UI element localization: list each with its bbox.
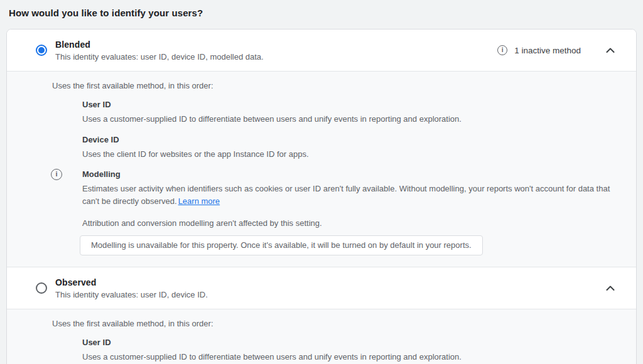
option-header-right: i 1 inactive method bbox=[497, 45, 617, 55]
method-modelling: i Modelling Estimates user activity when… bbox=[82, 169, 617, 207]
option-label-blended: Blended bbox=[55, 40, 489, 50]
method-name: User ID bbox=[82, 338, 617, 347]
modelling-unavailable-note: Modelling is unavailable for this proper… bbox=[80, 235, 483, 255]
method-name: Device ID bbox=[82, 135, 617, 144]
option-body-blended: Uses the first available method, in this… bbox=[7, 71, 636, 267]
option-header-right bbox=[603, 283, 617, 293]
radio-blended[interactable] bbox=[36, 45, 47, 56]
method-device-id: Device ID Uses the client ID for website… bbox=[82, 135, 617, 161]
method-name: Modelling bbox=[82, 169, 617, 179]
chevron-up-icon[interactable] bbox=[603, 45, 617, 55]
modelling-description-text: Estimates user activity when identifiers… bbox=[82, 184, 610, 206]
inactive-method-badge: i 1 inactive method bbox=[497, 45, 581, 55]
info-icon[interactable]: i bbox=[51, 169, 62, 180]
learn-more-link[interactable]: Learn more bbox=[178, 196, 220, 206]
method-name: User ID bbox=[82, 100, 617, 109]
chevron-up-icon[interactable] bbox=[603, 283, 617, 293]
method-order-intro: Uses the first available method, in this… bbox=[52, 81, 617, 90]
option-subtitle-blended: This identity evaluates: user ID, device… bbox=[55, 52, 489, 62]
method-order-intro: Uses the first available method, in this… bbox=[52, 319, 617, 328]
method-user-id: User ID Uses a customer-supplied ID to d… bbox=[82, 338, 617, 363]
identity-settings-page: How would you like to identify your user… bbox=[0, 0, 643, 364]
method-description: Uses a customer-supplied ID to different… bbox=[82, 351, 617, 363]
identity-options-card: Blended This identity evaluates: user ID… bbox=[6, 29, 637, 364]
option-header-text: Observed This identity evaluates: user I… bbox=[55, 277, 595, 299]
note-box-container: Modelling is unavailable for this proper… bbox=[80, 235, 617, 255]
info-icon[interactable]: i bbox=[497, 45, 507, 55]
option-header-observed[interactable]: Observed This identity evaluates: user I… bbox=[7, 267, 636, 309]
page-title: How would you like to identify your user… bbox=[9, 8, 637, 18]
radio-observed[interactable] bbox=[36, 282, 47, 294]
method-description: Estimates user activity when identifiers… bbox=[82, 183, 613, 207]
option-section-blended: Blended This identity evaluates: user ID… bbox=[7, 29, 636, 267]
method-description: Uses the client ID for websites or the a… bbox=[82, 148, 617, 161]
option-header-text: Blended This identity evaluates: user ID… bbox=[55, 40, 489, 62]
method-user-id: User ID Uses a customer-supplied ID to d… bbox=[82, 100, 617, 126]
option-label-observed: Observed bbox=[55, 277, 595, 287]
method-description: Uses a customer-supplied ID to different… bbox=[82, 113, 617, 126]
inactive-method-label: 1 inactive method bbox=[514, 46, 581, 55]
option-subtitle-observed: This identity evaluates: user ID, device… bbox=[55, 290, 595, 299]
option-header-blended[interactable]: Blended This identity evaluates: user ID… bbox=[7, 29, 636, 71]
option-section-observed: Observed This identity evaluates: user I… bbox=[7, 267, 636, 364]
option-body-observed: Uses the first available method, in this… bbox=[7, 309, 636, 364]
attribution-note: Attribution and conversion modelling are… bbox=[82, 218, 617, 228]
